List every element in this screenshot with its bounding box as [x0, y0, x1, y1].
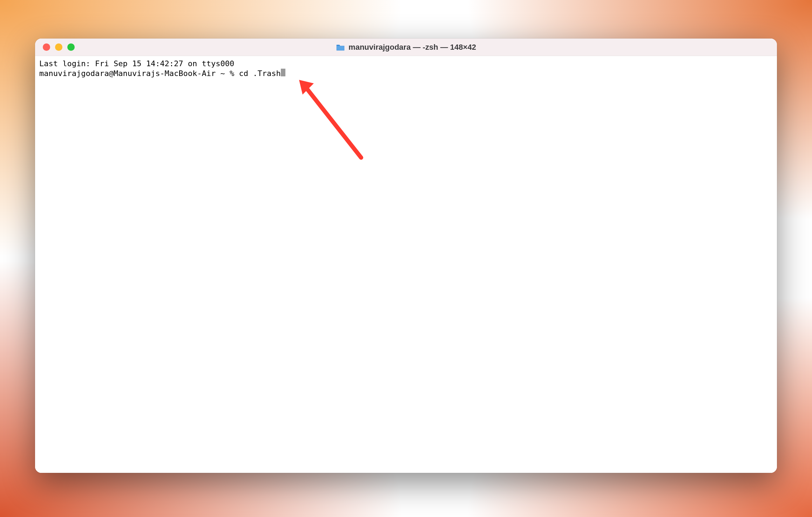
shell-prompt: manuvirajgodara@Manuvirajs-MacBook-Air ~…	[39, 69, 239, 78]
terminal-cursor	[281, 69, 285, 76]
folder-icon	[336, 43, 345, 51]
minimize-button[interactable]	[55, 43, 62, 51]
prompt-line: manuvirajgodara@Manuvirajs-MacBook-Air ~…	[39, 69, 773, 78]
maximize-button[interactable]	[67, 43, 75, 51]
terminal-window: manuvirajgodara — -zsh — 148×42 Last log…	[35, 39, 777, 473]
traffic-lights	[35, 43, 75, 51]
window-titlebar[interactable]: manuvirajgodara — -zsh — 148×42	[35, 39, 777, 56]
close-button[interactable]	[43, 43, 50, 51]
last-login-line: Last login: Fri Sep 15 14:42:27 on ttys0…	[39, 59, 773, 69]
window-title: manuvirajgodara — -zsh — 148×42	[349, 43, 476, 52]
command-input[interactable]: cd .Trash	[239, 69, 281, 78]
terminal-content[interactable]: Last login: Fri Sep 15 14:42:27 on ttys0…	[35, 56, 777, 473]
window-title-container: manuvirajgodara — -zsh — 148×42	[35, 43, 777, 52]
